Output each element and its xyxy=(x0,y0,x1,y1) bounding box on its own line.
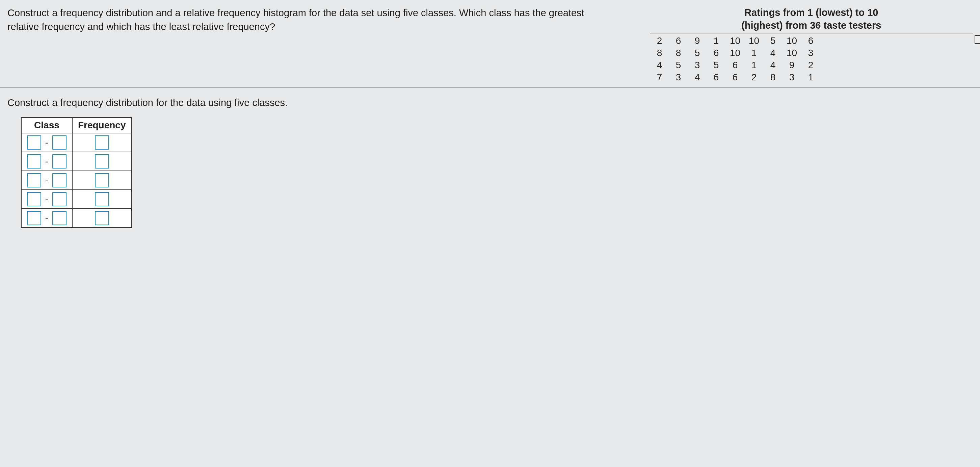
frequency-table: Class Frequency - - xyxy=(21,117,132,228)
dash: - xyxy=(44,213,49,223)
data-cell: 4 xyxy=(764,59,783,71)
dash: - xyxy=(44,137,49,148)
data-cell: 1 xyxy=(707,35,726,47)
data-cell: 6 xyxy=(669,35,688,47)
class-low-input[interactable] xyxy=(27,173,41,187)
data-grid-wrap: 2 6 9 1 10 10 5 10 6 8 8 5 6 10 1 4 10 3… xyxy=(650,33,972,83)
class-low-input[interactable] xyxy=(27,154,41,169)
data-cell: 6 xyxy=(726,59,745,71)
data-cell: 3 xyxy=(688,59,707,71)
data-cell: 3 xyxy=(669,71,688,83)
data-cell: 4 xyxy=(650,59,669,71)
class-high-input[interactable] xyxy=(52,135,67,150)
data-cell: 1 xyxy=(745,59,764,71)
frequency-input[interactable] xyxy=(95,173,109,187)
data-cell: 3 xyxy=(783,71,802,83)
data-cell: 6 xyxy=(707,47,726,59)
table-row: - xyxy=(21,152,132,171)
data-panel: Ratings from 1 (lowest) to 10 (highest) … xyxy=(650,6,972,83)
header-frequency: Frequency xyxy=(72,118,132,133)
class-high-input[interactable] xyxy=(52,154,67,169)
class-high-input[interactable] xyxy=(52,211,67,225)
data-cell: 10 xyxy=(745,35,764,47)
data-cell: 8 xyxy=(764,71,783,83)
data-cell: 8 xyxy=(669,47,688,59)
data-cell: 10 xyxy=(726,35,745,47)
popout-icon[interactable] xyxy=(975,35,980,44)
data-cell: 5 xyxy=(669,59,688,71)
data-cell: 10 xyxy=(783,35,802,47)
table-row: - xyxy=(21,171,132,190)
data-cell: 5 xyxy=(764,35,783,47)
table-row: - xyxy=(21,190,132,209)
data-cell: 5 xyxy=(707,59,726,71)
class-high-input[interactable] xyxy=(52,192,67,206)
data-cell: 6 xyxy=(707,71,726,83)
frequency-input[interactable] xyxy=(95,211,109,225)
class-low-input[interactable] xyxy=(27,135,41,150)
frequency-input[interactable] xyxy=(95,192,109,206)
header-class: Class xyxy=(21,118,72,133)
data-cell: 8 xyxy=(650,47,669,59)
data-cell: 9 xyxy=(688,35,707,47)
data-cell: 7 xyxy=(650,71,669,83)
table-row: - xyxy=(21,209,132,228)
dash: - xyxy=(44,194,49,205)
data-cell: 9 xyxy=(783,59,802,71)
dash: - xyxy=(44,156,49,167)
data-cell: 4 xyxy=(764,47,783,59)
top-section: Construct a frequency distribution and a… xyxy=(0,0,980,88)
lower-section: Construct a frequency distribution for t… xyxy=(0,88,980,237)
data-cell: 1 xyxy=(745,47,764,59)
question-text: Construct a frequency distribution and a… xyxy=(8,6,610,83)
data-title-line1: Ratings from 1 (lowest) to 10 xyxy=(650,6,972,19)
data-cell: 6 xyxy=(802,35,820,47)
data-cell: 6 xyxy=(726,71,745,83)
frequency-input[interactable] xyxy=(95,135,109,150)
instruction-text: Construct a frequency distribution for t… xyxy=(8,97,972,108)
data-cell: 1 xyxy=(802,71,820,83)
class-low-input[interactable] xyxy=(27,192,41,206)
frequency-input[interactable] xyxy=(95,154,109,169)
data-title-line2: (highest) from 36 taste testers xyxy=(650,20,972,31)
data-cell: 3 xyxy=(802,47,820,59)
dash: - xyxy=(44,175,49,186)
data-cell: 2 xyxy=(802,59,820,71)
data-grid: 2 6 9 1 10 10 5 10 6 8 8 5 6 10 1 4 10 3… xyxy=(650,35,972,83)
class-high-input[interactable] xyxy=(52,173,67,187)
data-cell: 2 xyxy=(745,71,764,83)
data-cell: 10 xyxy=(726,47,745,59)
data-cell: 10 xyxy=(783,47,802,59)
data-cell: 2 xyxy=(650,35,669,47)
class-low-input[interactable] xyxy=(27,211,41,225)
table-row: - xyxy=(21,133,132,152)
data-cell: 5 xyxy=(688,47,707,59)
data-cell: 4 xyxy=(688,71,707,83)
